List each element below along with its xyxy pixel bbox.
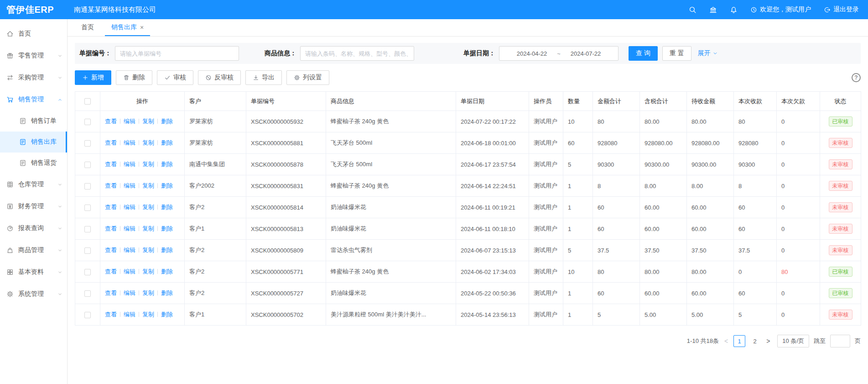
- export-button[interactable]: 导出: [245, 70, 282, 85]
- next-page-button[interactable]: >: [765, 337, 771, 345]
- row-checkbox[interactable]: [84, 205, 91, 211]
- edit-link[interactable]: 编辑: [124, 311, 135, 318]
- copy-link[interactable]: 复制: [142, 139, 154, 146]
- page-number-1[interactable]: 1: [733, 335, 745, 347]
- close-icon[interactable]: ×: [140, 24, 144, 31]
- customer-cell: 客户2: [185, 197, 246, 218]
- copy-link[interactable]: 复制: [142, 311, 154, 318]
- view-link[interactable]: 查看: [105, 139, 117, 146]
- tab-sales-outbound[interactable]: 销售出库×: [105, 19, 150, 36]
- copy-link[interactable]: 复制: [142, 118, 154, 125]
- search-button[interactable]: 查 询: [629, 46, 658, 61]
- sidebar-item-reports[interactable]: 报表查询: [0, 217, 67, 239]
- col-receivable: 待收金额: [687, 92, 734, 111]
- row-checkbox[interactable]: [84, 290, 91, 297]
- delete-link[interactable]: 删除: [161, 118, 173, 125]
- row-checkbox[interactable]: [84, 226, 91, 232]
- expand-link[interactable]: 展开: [698, 49, 718, 58]
- column-settings-button[interactable]: 列设置: [286, 70, 329, 85]
- reset-button[interactable]: 重 置: [662, 46, 691, 61]
- row-checkbox[interactable]: [84, 247, 91, 254]
- date-end-value[interactable]: 2024-07-22: [571, 50, 601, 57]
- copy-link[interactable]: 复制: [142, 289, 154, 296]
- owed-cell: 0: [777, 175, 820, 197]
- edit-link[interactable]: 编辑: [124, 247, 135, 253]
- doc-no-input[interactable]: [115, 46, 239, 61]
- sidebar-item-sales-return[interactable]: 销售退货: [0, 153, 67, 174]
- delete-link[interactable]: 删除: [161, 289, 173, 296]
- sidebar-item-finance[interactable]: 财务管理: [0, 195, 67, 217]
- copy-link[interactable]: 复制: [142, 161, 154, 168]
- edit-link[interactable]: 编辑: [124, 289, 135, 296]
- delete-link[interactable]: 删除: [161, 204, 173, 210]
- help-icon[interactable]: ?: [852, 73, 861, 82]
- edit-link[interactable]: 编辑: [124, 118, 135, 125]
- delete-link[interactable]: 删除: [161, 161, 173, 168]
- row-checkbox[interactable]: [84, 183, 91, 189]
- select-all-checkbox[interactable]: [84, 98, 91, 105]
- view-link[interactable]: 查看: [105, 268, 117, 275]
- unaudit-button[interactable]: 反审核: [198, 70, 241, 85]
- copy-link[interactable]: 复制: [142, 247, 154, 253]
- view-link[interactable]: 查看: [105, 311, 117, 318]
- edit-link[interactable]: 编辑: [124, 139, 135, 146]
- copy-link[interactable]: 复制: [142, 225, 154, 232]
- delete-button[interactable]: 删除: [116, 70, 152, 85]
- operator-cell: 测试用户: [529, 197, 563, 218]
- bank-icon[interactable]: [709, 6, 717, 14]
- sidebar-item-sales-outbound[interactable]: 销售出库: [0, 132, 67, 153]
- delete-link[interactable]: 删除: [161, 268, 173, 275]
- view-link[interactable]: 查看: [105, 289, 117, 296]
- edit-link[interactable]: 编辑: [124, 268, 135, 275]
- audit-button[interactable]: 审核: [157, 70, 193, 85]
- add-button[interactable]: 新增: [75, 70, 111, 85]
- view-link[interactable]: 查看: [105, 225, 117, 232]
- delete-link[interactable]: 删除: [161, 247, 173, 253]
- copy-link[interactable]: 复制: [142, 268, 154, 275]
- row-checkbox[interactable]: [84, 140, 91, 147]
- delete-link[interactable]: 删除: [161, 225, 173, 232]
- edit-link[interactable]: 编辑: [124, 204, 135, 210]
- view-link[interactable]: 查看: [105, 247, 117, 253]
- delete-link[interactable]: 删除: [161, 139, 173, 146]
- sidebar-item-sales[interactable]: 销售管理: [0, 89, 67, 110]
- search-icon[interactable]: [689, 6, 696, 14]
- sidebar-item-system[interactable]: 系统管理: [0, 283, 67, 305]
- sidebar-item-retail[interactable]: 零售管理: [0, 45, 67, 67]
- page-number-2[interactable]: 2: [749, 335, 761, 347]
- edit-link[interactable]: 编辑: [124, 225, 135, 232]
- welcome-user[interactable]: 欢迎您，测试用户: [750, 5, 811, 14]
- sidebar-item-sales-order[interactable]: 销售订单: [0, 110, 67, 132]
- row-checkbox[interactable]: [84, 269, 91, 275]
- sidebar-item-purchase[interactable]: 采购管理: [0, 67, 67, 89]
- tab-home[interactable]: 首页: [75, 19, 100, 36]
- table-row: 查看编辑复制删除罗莱家纺XSCK00000005932蜂蜜柚子茶 240g 黄色…: [75, 111, 861, 132]
- status-badge: 未审核: [829, 202, 852, 213]
- copy-link[interactable]: 复制: [142, 204, 154, 210]
- logout-button[interactable]: 退出登录: [824, 5, 859, 14]
- jump-page-input[interactable]: [830, 335, 850, 347]
- view-link[interactable]: 查看: [105, 204, 117, 210]
- delete-link[interactable]: 删除: [161, 182, 173, 189]
- prev-page-button[interactable]: <: [723, 337, 729, 345]
- sidebar-item-warehouse[interactable]: 仓库管理: [0, 174, 67, 195]
- row-select-cell: [75, 154, 100, 175]
- copy-link[interactable]: 复制: [142, 182, 154, 189]
- row-checkbox[interactable]: [84, 162, 91, 168]
- product-info-input[interactable]: [300, 46, 414, 61]
- bell-icon[interactable]: [730, 6, 738, 14]
- row-checkbox[interactable]: [84, 312, 91, 318]
- sidebar-item-basic-data[interactable]: 基本资料: [0, 261, 67, 283]
- view-link[interactable]: 查看: [105, 161, 117, 168]
- row-checkbox[interactable]: [84, 119, 91, 125]
- date-start-value[interactable]: 2024-04-22: [517, 50, 547, 57]
- view-link[interactable]: 查看: [105, 118, 117, 125]
- edit-link[interactable]: 编辑: [124, 182, 135, 189]
- delete-link[interactable]: 删除: [161, 311, 173, 318]
- view-link[interactable]: 查看: [105, 182, 117, 189]
- date-range-picker[interactable]: 2024-04-22 ~ 2024-07-22: [499, 46, 619, 61]
- page-size-select[interactable]: 10 条/页: [777, 335, 809, 347]
- sidebar-item-products[interactable]: 商品管理: [0, 239, 67, 261]
- sidebar-item-home[interactable]: 首页: [0, 23, 67, 45]
- edit-link[interactable]: 编辑: [124, 161, 135, 168]
